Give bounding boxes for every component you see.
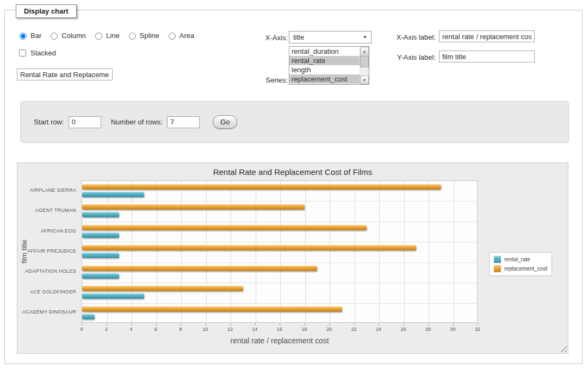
y-axis-label-input[interactable] bbox=[439, 51, 535, 62]
category-label: ACE GOLDFINGER bbox=[17, 289, 76, 294]
x-tick-mark bbox=[156, 323, 157, 325]
x-tick-label: 26 bbox=[395, 327, 412, 332]
x-tick-mark bbox=[379, 323, 379, 325]
plot-area bbox=[82, 180, 478, 323]
gridline bbox=[82, 262, 477, 263]
chart-title-input[interactable] bbox=[17, 68, 113, 80]
replacement_cost-bar bbox=[82, 286, 243, 291]
legend-label: replacement_cost bbox=[504, 266, 547, 272]
x-tick-label: 32 bbox=[469, 327, 486, 332]
rental_rate-bar bbox=[82, 273, 119, 279]
legend-item-rental_rate: rental_rate bbox=[494, 256, 547, 263]
gridline bbox=[82, 283, 477, 283]
gridline bbox=[157, 181, 157, 322]
stacked-label: Stacked bbox=[30, 49, 56, 57]
replacement_cost-bar bbox=[82, 306, 342, 312]
x-axis-title: rental rate / replacement cost bbox=[82, 336, 478, 345]
gridline bbox=[305, 181, 306, 322]
chart-type-option-spline[interactable]: Spline bbox=[126, 31, 159, 40]
x-axis-label-input[interactable] bbox=[439, 30, 535, 42]
x-tick-label: 30 bbox=[445, 327, 461, 332]
spline-radio[interactable] bbox=[129, 33, 136, 40]
replacement_cost-bar bbox=[82, 245, 416, 250]
number-of-rows-input[interactable] bbox=[167, 116, 200, 128]
replacement_cost-bar bbox=[82, 225, 367, 230]
y-axis-label-field-label: Y-Axis label: bbox=[358, 53, 436, 61]
scroll-down-icon[interactable]: ▼ bbox=[360, 76, 369, 84]
chart-type-option-bar[interactable]: Bar bbox=[17, 31, 41, 40]
chart-type-option-area[interactable]: Area bbox=[166, 31, 194, 40]
gridline bbox=[256, 181, 256, 322]
gridline bbox=[82, 303, 477, 304]
replacement_cost-bar bbox=[82, 204, 305, 210]
x-tick-label: 14 bbox=[247, 327, 263, 332]
chart-legend: rental_ratereplacement_cost bbox=[489, 252, 552, 276]
series-option-rental_duration[interactable]: rental_duration bbox=[289, 47, 360, 56]
replacement_cost-bar bbox=[82, 266, 317, 271]
gridline bbox=[404, 181, 405, 322]
rental_rate-bar bbox=[82, 314, 95, 319]
x-tick-mark bbox=[255, 323, 256, 325]
gridline bbox=[181, 181, 182, 322]
replacement_cost-bar bbox=[82, 184, 441, 190]
series-listbox[interactable]: rental_durationrental_ratelengthreplacem… bbox=[289, 46, 369, 85]
start-row-input[interactable] bbox=[69, 116, 101, 128]
gridline bbox=[206, 181, 207, 322]
stacked-checkbox[interactable] bbox=[19, 49, 26, 57]
listbox-scrollbar[interactable]: ▲ ▼ bbox=[360, 47, 369, 84]
x-tick-mark bbox=[107, 323, 107, 325]
stacked-option[interactable]: Stacked bbox=[17, 48, 56, 58]
x-tick-mark bbox=[354, 323, 355, 325]
area-radio[interactable] bbox=[169, 33, 176, 40]
series-option-length[interactable]: length bbox=[289, 65, 360, 74]
x-tick-mark bbox=[230, 323, 231, 325]
radio-label: Area bbox=[180, 32, 194, 40]
column-radio[interactable] bbox=[51, 33, 58, 40]
x-axis-label-field-label: X-Axis label: bbox=[358, 33, 436, 41]
series-option-rental_rate[interactable]: rental_rate bbox=[289, 56, 360, 65]
gridline bbox=[82, 242, 477, 242]
x-tick-mark bbox=[478, 323, 478, 325]
chart-canvas: Rental Rate and Replacement Cost of Film… bbox=[17, 162, 568, 354]
category-label: ACADEMY DINOSAUR bbox=[17, 309, 76, 315]
x-tick-mark bbox=[280, 323, 280, 325]
x-tick-mark bbox=[404, 323, 404, 325]
x-tick-mark bbox=[181, 323, 181, 325]
series-option-replacement_cost[interactable]: replacement_cost bbox=[289, 74, 360, 84]
gridline bbox=[82, 222, 477, 222]
rental_rate-bar bbox=[82, 212, 119, 217]
radio-label: Bar bbox=[30, 32, 41, 40]
rental_rate-bar bbox=[82, 253, 119, 258]
x-tick-mark bbox=[206, 323, 206, 325]
x-tick-label: 4 bbox=[123, 327, 139, 332]
gridline bbox=[231, 181, 231, 322]
x-tick-label: 20 bbox=[321, 327, 337, 332]
chart-title: Rental Rate and Replacement Cost of Film… bbox=[17, 167, 568, 177]
go-button[interactable]: Go bbox=[213, 115, 237, 129]
x-tick-label: 2 bbox=[98, 327, 115, 332]
line-radio[interactable] bbox=[95, 33, 102, 40]
x-axis-selected-value: title bbox=[293, 33, 304, 41]
series-field-label: Series: bbox=[239, 76, 288, 84]
gridline bbox=[82, 201, 477, 202]
legend-swatch bbox=[494, 265, 501, 272]
x-tick-mark bbox=[428, 323, 429, 325]
chart-type-option-line[interactable]: Line bbox=[92, 31, 120, 40]
x-tick-mark bbox=[131, 323, 132, 325]
gridline bbox=[454, 181, 454, 322]
category-label: ADAPTATION HOLES bbox=[17, 268, 76, 274]
number-of-rows-label: Number of rows: bbox=[111, 118, 163, 126]
x-tick-mark bbox=[305, 323, 305, 325]
gridline bbox=[379, 181, 380, 322]
x-tick-label: 6 bbox=[148, 327, 164, 332]
gridline bbox=[107, 181, 108, 322]
rental_rate-bar bbox=[82, 293, 144, 299]
resize-handle-icon[interactable] bbox=[560, 346, 567, 352]
x-tick-label: 28 bbox=[420, 327, 436, 332]
gridline bbox=[132, 181, 132, 322]
bar-radio[interactable] bbox=[20, 33, 27, 40]
x-tick-label: 8 bbox=[172, 327, 189, 332]
x-tick-mark bbox=[82, 323, 82, 325]
chart-type-option-column[interactable]: Column bbox=[48, 31, 86, 40]
radio-label: Column bbox=[61, 32, 86, 40]
